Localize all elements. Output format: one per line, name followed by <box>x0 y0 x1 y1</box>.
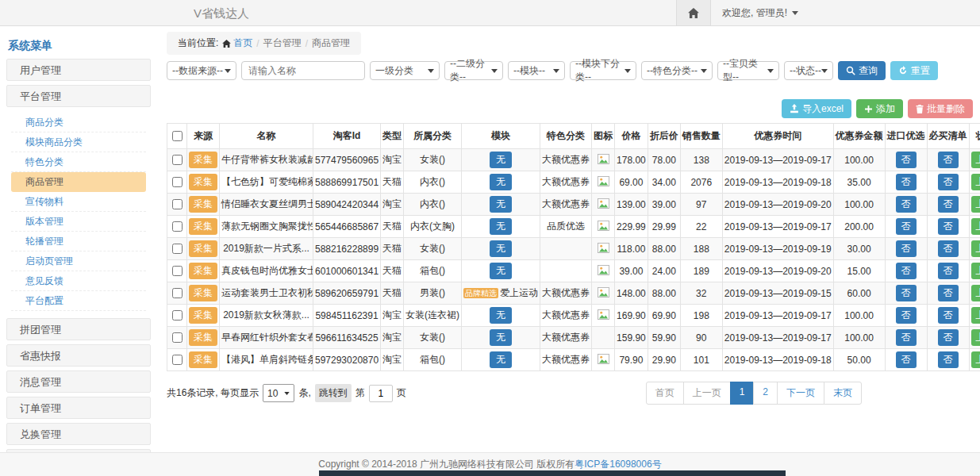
sidebar-item[interactable]: 商品管理 <box>11 172 146 192</box>
row-checkbox[interactable] <box>172 155 183 165</box>
type-cell: 淘宝 <box>381 149 404 171</box>
module-none-badge[interactable]: 无 <box>490 152 512 168</box>
import-select-toggle[interactable]: 否 <box>896 263 917 279</box>
sidebar-section-header[interactable]: 用户管理 <box>6 59 151 81</box>
item-type-select[interactable]: --宝贝类型-- <box>717 61 779 80</box>
status-button[interactable]: 上架 <box>971 174 980 190</box>
reset-button[interactable]: 重置 <box>890 61 938 80</box>
feature-category-select[interactable]: --特色分类-- <box>641 61 713 80</box>
row-checkbox[interactable] <box>172 199 183 209</box>
row-checkbox[interactable] <box>172 288 183 298</box>
module-none-badge[interactable]: 无 <box>490 351 512 368</box>
import-select-toggle[interactable]: 否 <box>896 196 917 213</box>
module-none-badge[interactable]: 无 <box>490 218 512 235</box>
discount-price-cell: 34.00 <box>648 171 680 194</box>
row-checkbox[interactable] <box>172 266 183 276</box>
must-buy-toggle[interactable]: 否 <box>938 152 959 168</box>
home-button[interactable] <box>676 0 711 25</box>
must-buy-toggle[interactable]: 否 <box>938 174 959 190</box>
module-none-badge[interactable]: 无 <box>490 329 512 346</box>
import-select-toggle[interactable]: 否 <box>896 351 917 368</box>
sidebar-item[interactable]: 宣传物料 <box>11 192 146 212</box>
page-button[interactable]: 下一页 <box>777 382 824 405</box>
module-none-badge[interactable]: 无 <box>490 263 512 279</box>
status-select[interactable]: --状态-- <box>784 61 833 80</box>
import-select-toggle[interactable]: 否 <box>896 240 917 257</box>
per-page-select[interactable]: 10 <box>263 384 294 402</box>
page-button[interactable]: 首页 <box>646 382 684 405</box>
must-buy-toggle[interactable]: 否 <box>938 196 959 213</box>
module-none-badge[interactable]: 无 <box>490 174 512 190</box>
must-buy-toggle[interactable]: 否 <box>938 307 959 324</box>
row-checkbox[interactable] <box>172 244 183 254</box>
breadcrumb: 当前位置: 首页 / 平台管理 / 商品管理 <box>167 32 361 55</box>
row-checkbox[interactable] <box>172 332 183 343</box>
name-search-input[interactable] <box>241 61 365 80</box>
module-none-badge[interactable]: 无 <box>490 240 512 257</box>
source-badge: 采集 <box>189 196 217 213</box>
status-button[interactable]: 上架 <box>971 263 980 279</box>
table-row: 采集2019新款女秋薄款...598451162391淘宝女装(连衣裙)无大额优… <box>167 305 980 327</box>
level2-category-select[interactable]: --二级分类-- <box>444 61 503 80</box>
sidebar-section-header[interactable]: 消息管理 <box>6 370 151 393</box>
status-button[interactable]: 上架 <box>971 351 980 368</box>
jump-button[interactable]: 跳转到 <box>315 384 352 402</box>
sidebar-item[interactable]: 商品分类 <box>11 113 146 132</box>
must-buy-toggle[interactable]: 否 <box>938 285 959 301</box>
row-checkbox[interactable] <box>172 221 183 232</box>
status-button[interactable]: 上架 <box>971 329 980 346</box>
status-button[interactable]: 上架 <box>971 240 980 257</box>
jump-page-input[interactable] <box>369 385 393 402</box>
page-button[interactable]: 上一页 <box>683 382 731 405</box>
must-buy-toggle[interactable]: 否 <box>938 240 959 257</box>
module-select[interactable]: --模块-- <box>508 61 565 80</box>
user-menu[interactable]: 欢迎您, 管理员! <box>711 0 798 25</box>
page-button[interactable]: 1 <box>730 382 755 405</box>
import-excel-button[interactable]: 导入excel <box>782 99 851 118</box>
module-none-badge[interactable]: 无 <box>490 196 512 213</box>
row-checkbox[interactable] <box>172 177 183 187</box>
type-cell: 天猫 <box>381 238 404 260</box>
row-checkbox[interactable] <box>172 355 183 365</box>
must-buy-toggle[interactable]: 否 <box>938 351 959 368</box>
must-buy-toggle[interactable]: 否 <box>938 329 959 346</box>
import-select-toggle[interactable]: 否 <box>896 285 917 301</box>
import-select-toggle[interactable]: 否 <box>896 218 917 235</box>
level1-category-select[interactable]: 一级分类 <box>370 61 440 80</box>
sidebar-item[interactable]: 平台配置 <box>11 291 146 311</box>
status-button[interactable]: 上架 <box>971 307 980 324</box>
sidebar-section-header[interactable]: 拼团管理 <box>6 318 151 340</box>
import-select-toggle[interactable]: 否 <box>896 329 917 346</box>
status-button[interactable]: 上架 <box>971 285 980 301</box>
sidebar-section-header[interactable]: 省惠快报 <box>6 344 151 367</box>
must-buy-toggle[interactable]: 否 <box>938 263 959 279</box>
search-button[interactable]: 查询 <box>838 61 886 80</box>
status-button[interactable]: 上架 <box>971 196 980 213</box>
import-select-toggle[interactable]: 否 <box>896 174 917 190</box>
import-select-toggle[interactable]: 否 <box>896 307 917 324</box>
module-none-badge[interactable]: 无 <box>490 307 512 324</box>
import-select-toggle[interactable]: 否 <box>896 152 917 168</box>
status-button[interactable]: 上架 <box>971 218 980 235</box>
select-all-checkbox[interactable] <box>172 131 183 141</box>
breadcrumb-home-link[interactable]: 首页 <box>222 36 252 50</box>
must-buy-toggle[interactable]: 否 <box>938 218 959 235</box>
status-button[interactable]: 上架 <box>971 152 980 168</box>
sidebar-item[interactable]: 意见反馈 <box>11 271 146 291</box>
sidebar-section-header[interactable]: 兑换管理 <box>6 423 151 445</box>
sidebar-item[interactable]: 启动页管理 <box>11 251 146 271</box>
sidebar-item[interactable]: 模块商品分类 <box>11 132 146 152</box>
sidebar-item[interactable]: 版本管理 <box>11 212 146 232</box>
sidebar-section-header[interactable]: 订单管理 <box>6 397 151 419</box>
add-button[interactable]: 添加 <box>856 99 903 118</box>
module-subcategory-select[interactable]: --模块下分类-- <box>570 61 636 80</box>
batch-delete-button[interactable]: 批量删除 <box>908 99 973 118</box>
sidebar-section-header[interactable]: 平台管理 <box>6 85 151 107</box>
row-checkbox[interactable] <box>172 310 183 321</box>
data-source-select[interactable]: --数据来源-- <box>167 61 236 80</box>
sidebar-item[interactable]: 轮播管理 <box>11 232 146 251</box>
icp-link[interactable]: 粤ICP备16098006号 <box>575 458 661 471</box>
page-button[interactable]: 2 <box>753 382 778 405</box>
sidebar-item[interactable]: 特色分类 <box>11 152 146 172</box>
page-button[interactable]: 末页 <box>824 382 862 405</box>
